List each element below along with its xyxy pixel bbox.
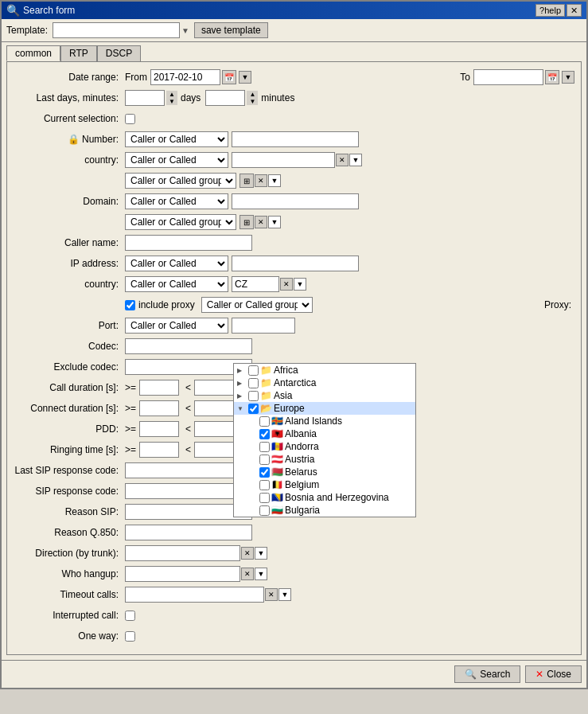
- country-group-clear-btn-1[interactable]: ✕: [255, 174, 267, 187]
- codec-input[interactable]: [125, 338, 252, 354]
- tab-rtp[interactable]: RTP: [60, 45, 97, 61]
- one-way-checkbox[interactable]: [125, 631, 135, 642]
- save-template-button[interactable]: save template: [194, 22, 268, 38]
- close-window-button[interactable]: ✕: [567, 4, 582, 17]
- days-spin-up[interactable]: ▲: [166, 91, 177, 98]
- who-hangup-input[interactable]: [125, 566, 240, 582]
- call-duration-lt-input[interactable]: [194, 380, 234, 396]
- country-input-1[interactable]: [232, 152, 335, 168]
- from-date-calendar-button[interactable]: 📅: [222, 70, 236, 84]
- help-button[interactable]: ?help: [535, 4, 565, 17]
- tree-item-belarus[interactable]: 🇧🇾 Belarus: [245, 466, 415, 478]
- reason-q850-input[interactable]: [125, 525, 252, 540]
- timeout-clear-btn[interactable]: ✕: [265, 588, 278, 601]
- to-date-input[interactable]: [473, 69, 543, 85]
- domain-input[interactable]: [232, 193, 359, 209]
- direction-label: Direction (by trunk):: [14, 548, 125, 559]
- template-dropdown-arrow[interactable]: ▼: [181, 26, 189, 35]
- tree-item-andorra[interactable]: 🇦🇩 Andorra: [245, 440, 415, 453]
- direction-input[interactable]: [125, 545, 240, 561]
- number-row: 🔒 Number: Caller or Called Caller Called: [14, 131, 574, 148]
- ip-country-dropdown-btn[interactable]: ▼: [294, 278, 306, 291]
- tree-check-bulgaria[interactable]: [259, 505, 270, 516]
- search-button[interactable]: 🔍 Search: [454, 665, 520, 683]
- tree-item-bulgaria[interactable]: 🇧🇬 Bulgaria: [245, 504, 415, 517]
- to-date-calendar-button[interactable]: 📅: [545, 70, 559, 84]
- include-proxy-row: include proxy Caller or Called group Cal…: [14, 296, 574, 314]
- tree-check-europe[interactable]: [248, 404, 259, 414]
- domain-group-clear-btn[interactable]: ✕: [255, 216, 267, 228]
- to-date-dropdown-button[interactable]: ▼: [562, 71, 574, 84]
- domain-group-dropdown-btn[interactable]: ▼: [268, 216, 281, 228]
- current-selection-row: Current selection:: [14, 110, 574, 127]
- minutes-spin-up[interactable]: ▲: [247, 91, 258, 98]
- direction-dropdown-btn[interactable]: ▼: [255, 547, 267, 560]
- tree-check-bosnia[interactable]: [259, 493, 270, 503]
- tree-item-aland-islands[interactable]: 🇦🇽 Aland Islands: [245, 415, 415, 427]
- days-spin-down[interactable]: ▼: [166, 98, 177, 105]
- country-clear-btn-1[interactable]: ✕: [336, 154, 349, 166]
- port-input[interactable]: [232, 318, 295, 334]
- who-hangup-clear-btn[interactable]: ✕: [241, 568, 254, 580]
- tree-check-belgium[interactable]: [259, 480, 270, 490]
- call-duration-ge-input[interactable]: [139, 380, 179, 396]
- tree-item-belgium[interactable]: 🇧🇪 Belgium: [245, 478, 415, 491]
- port-type-select[interactable]: Caller or Called Caller Called: [125, 318, 228, 334]
- include-proxy-checkbox[interactable]: [125, 300, 135, 310]
- domain-group-type-select[interactable]: Caller or Called group Caller group Call…: [125, 214, 236, 230]
- tree-check-austria[interactable]: [259, 455, 270, 465]
- ringing-lt-input[interactable]: [194, 442, 234, 458]
- proxy-type-select[interactable]: Caller or Called group Caller group Call…: [201, 297, 313, 313]
- ip-country-type-select[interactable]: Caller or Called Caller Called: [125, 276, 228, 292]
- tree-item-albania[interactable]: 🇦🇱 Albania: [245, 427, 415, 440]
- country-group-type-select-1[interactable]: Caller or Called group Caller group Call…: [125, 173, 236, 189]
- last-minutes-input[interactable]: [205, 90, 245, 106]
- tree-item-asia[interactable]: ▶ 📁 Asia: [234, 389, 415, 402]
- from-date-dropdown-button[interactable]: ▼: [239, 71, 251, 84]
- direction-clear-btn[interactable]: ✕: [241, 547, 254, 560]
- tree-check-aland[interactable]: [259, 416, 270, 427]
- number-input[interactable]: [232, 131, 359, 147]
- ip-input[interactable]: [232, 256, 359, 271]
- country-type-select-1[interactable]: Caller or Called Caller Called: [125, 152, 228, 168]
- tree-check-antarctica[interactable]: [248, 378, 259, 388]
- ip-country-input[interactable]: [232, 276, 279, 292]
- tree-check-belarus[interactable]: [259, 467, 270, 478]
- pdd-ge-input[interactable]: [139, 421, 179, 437]
- domain-type-select[interactable]: Caller or Called Caller Called: [125, 193, 228, 209]
- tree-item-antarctica[interactable]: ▶ 📁 Antarctica: [234, 377, 415, 389]
- tree-check-asia[interactable]: [248, 391, 259, 401]
- tab-common[interactable]: common: [6, 45, 60, 61]
- close-button[interactable]: ✕ Close: [525, 665, 582, 683]
- country-group-grid-btn-1[interactable]: ⊞: [239, 174, 254, 188]
- tree-item-austria[interactable]: 🇦🇹 Austria: [245, 453, 415, 466]
- from-date-input[interactable]: [150, 69, 220, 85]
- ip-country-clear-btn[interactable]: ✕: [280, 278, 293, 291]
- caller-name-input[interactable]: [125, 235, 252, 251]
- tree-item-europe[interactable]: ▼ 📂 Europe: [234, 402, 415, 415]
- number-type-select[interactable]: Caller or Called Caller Called: [125, 131, 228, 147]
- interrupted-checkbox[interactable]: [125, 611, 135, 621]
- tree-item-bosnia[interactable]: 🇧🇦 Bosnia and Herzegovina: [245, 491, 415, 504]
- tab-dscp[interactable]: DSCP: [97, 45, 141, 61]
- ip-type-select[interactable]: Caller or Called Caller Called: [125, 256, 228, 271]
- domain-group-grid-btn[interactable]: ⊞: [239, 215, 254, 229]
- timeout-input[interactable]: [125, 587, 264, 603]
- connect-duration-lt-input[interactable]: [194, 400, 234, 416]
- country-dropdown-btn-1[interactable]: ▼: [349, 154, 362, 166]
- minutes-spin-down[interactable]: ▼: [247, 98, 258, 105]
- template-input[interactable]: [53, 22, 180, 38]
- current-selection-checkbox[interactable]: [125, 114, 135, 124]
- country-group-dropdown-btn-1[interactable]: ▼: [268, 174, 281, 187]
- pdd-lt-input[interactable]: [194, 421, 234, 437]
- connect-duration-ge-input[interactable]: [139, 400, 179, 416]
- who-hangup-dropdown-btn[interactable]: ▼: [255, 568, 267, 580]
- last-days-input[interactable]: [125, 90, 165, 106]
- ringing-ge-input[interactable]: [139, 442, 179, 458]
- timeout-dropdown-btn[interactable]: ▼: [278, 588, 291, 601]
- tree-check-africa[interactable]: [248, 365, 259, 376]
- tree-item-africa[interactable]: ▶ 📁 Africa: [234, 364, 415, 377]
- tree-check-andorra[interactable]: [259, 442, 270, 452]
- tree-check-albania[interactable]: [259, 429, 270, 439]
- port-row: Port: Caller or Called Caller Called: [14, 317, 574, 334]
